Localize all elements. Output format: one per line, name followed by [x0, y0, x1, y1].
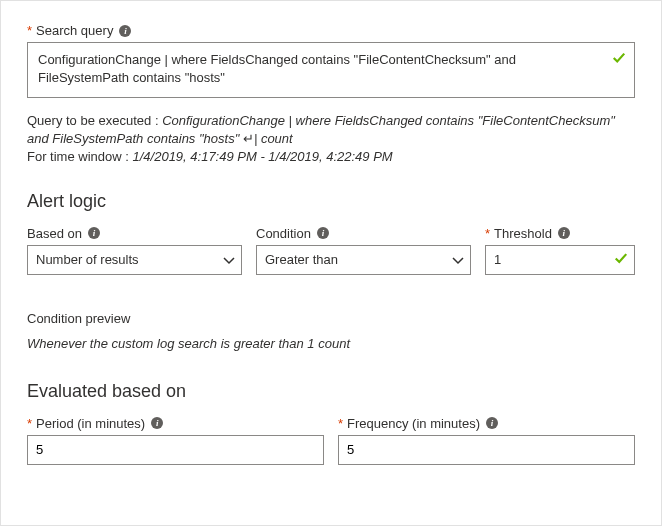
condition-col: Condition i Greater than: [256, 226, 471, 275]
condition-label: Condition: [256, 226, 311, 241]
threshold-col: * Threshold i 1: [485, 226, 635, 275]
based-on-select[interactable]: Number of results: [27, 245, 242, 275]
condition-value: Greater than: [265, 252, 338, 267]
required-asterisk: *: [338, 416, 343, 431]
required-asterisk: *: [27, 416, 32, 431]
period-label: Period (in minutes): [36, 416, 145, 431]
search-query-label: Search query: [36, 23, 113, 38]
exec-prefix: Query to be executed :: [27, 113, 162, 128]
condition-select[interactable]: Greater than: [256, 245, 471, 275]
threshold-input[interactable]: 1: [485, 245, 635, 275]
threshold-label-row: * Threshold i: [485, 226, 635, 241]
condition-label-row: Condition i: [256, 226, 471, 241]
period-label-row: * Period (in minutes) i: [27, 416, 324, 431]
frequency-label-row: * Frequency (in minutes) i: [338, 416, 635, 431]
info-icon[interactable]: i: [119, 25, 131, 37]
based-on-value: Number of results: [36, 252, 139, 267]
exec-query-suffix: | count: [254, 131, 293, 146]
info-icon[interactable]: i: [558, 227, 570, 239]
info-icon[interactable]: i: [486, 417, 498, 429]
search-query-input[interactable]: ConfigurationChange | where FieldsChange…: [27, 42, 635, 98]
executed-query-block: Query to be executed : ConfigurationChan…: [27, 112, 635, 167]
based-on-col: Based on i Number of results: [27, 226, 242, 275]
chevron-down-icon: [223, 255, 233, 265]
required-asterisk: *: [485, 226, 490, 241]
required-asterisk: *: [27, 23, 32, 38]
alert-logic-heading: Alert logic: [27, 191, 635, 212]
info-icon[interactable]: i: [151, 417, 163, 429]
chevron-down-icon: [452, 255, 462, 265]
frequency-label: Frequency (in minutes): [347, 416, 480, 431]
threshold-value: 1: [494, 252, 501, 267]
return-icon: ↵: [243, 130, 254, 148]
condition-preview-text: Whenever the custom log search is greate…: [27, 336, 635, 351]
search-query-text: ConfigurationChange | where FieldsChange…: [38, 52, 516, 85]
based-on-label: Based on: [27, 226, 82, 241]
period-input[interactable]: [27, 435, 324, 465]
info-icon[interactable]: i: [88, 227, 100, 239]
based-on-label-row: Based on i: [27, 226, 242, 241]
time-window-range: 1/4/2019, 4:17:49 PM - 1/4/2019, 4:22:49…: [132, 149, 392, 164]
period-col: * Period (in minutes) i: [27, 416, 324, 465]
alert-logic-row: Based on i Number of results Condition i…: [27, 226, 635, 275]
evaluated-row: * Period (in minutes) i * Frequency (in …: [27, 416, 635, 465]
condition-preview-label: Condition preview: [27, 311, 635, 326]
check-icon: [614, 251, 628, 268]
evaluated-heading: Evaluated based on: [27, 381, 635, 402]
alert-config-panel: * Search query i ConfigurationChange | w…: [0, 0, 662, 526]
check-icon: [612, 51, 626, 70]
frequency-col: * Frequency (in minutes) i: [338, 416, 635, 465]
info-icon[interactable]: i: [317, 227, 329, 239]
threshold-label: Threshold: [494, 226, 552, 241]
frequency-input[interactable]: [338, 435, 635, 465]
time-window-prefix: For time window :: [27, 149, 132, 164]
search-query-label-row: * Search query i: [27, 23, 635, 38]
